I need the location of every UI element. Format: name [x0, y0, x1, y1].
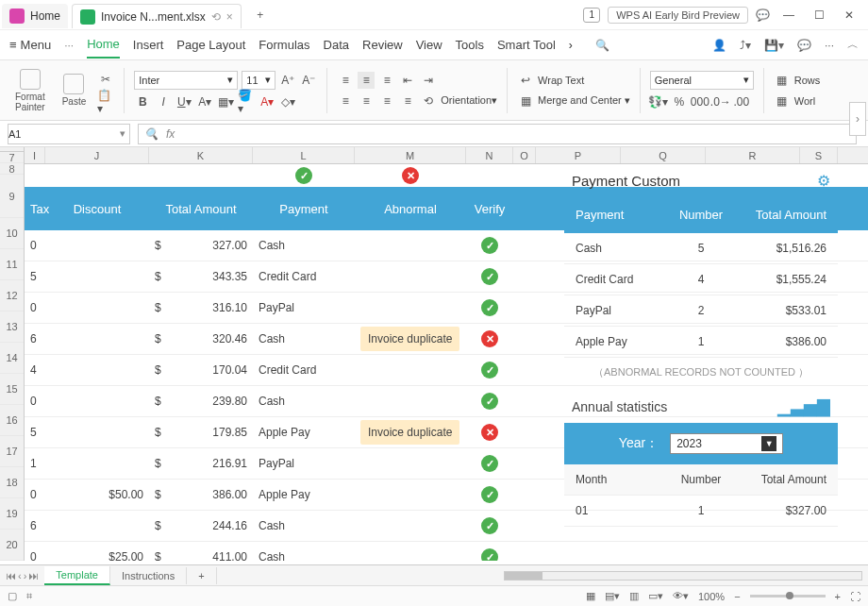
col-header-P[interactable]: P: [536, 147, 621, 163]
cell-tax[interactable]: 5: [25, 417, 45, 447]
number-format-select[interactable]: General▾: [650, 71, 754, 90]
cell-amount[interactable]: $411.00: [149, 542, 253, 561]
row-header-9[interactable]: 9: [0, 175, 24, 218]
col-header-R[interactable]: R: [706, 147, 800, 163]
name-box[interactable]: A1▾: [8, 124, 130, 144]
zoom-formula-icon[interactable]: 🔍: [144, 127, 159, 141]
cell-payment[interactable]: Credit Card: [253, 261, 355, 292]
row-header-7[interactable]: 7: [0, 152, 24, 163]
align-middle-icon[interactable]: ≡: [358, 72, 375, 89]
cell-payment[interactable]: Cash: [253, 542, 355, 561]
cell-payment[interactable]: Cash: [253, 386, 355, 416]
align-bottom-icon[interactable]: ≡: [378, 72, 395, 89]
tab-page-layout[interactable]: Page Layout: [176, 32, 245, 58]
summary-row[interactable]: Cash5$1,516.26: [564, 233, 838, 264]
cell-tax[interactable]: 0: [25, 293, 45, 323]
tab-tools[interactable]: Tools: [456, 32, 484, 58]
annual-row[interactable]: 011$327.00: [564, 496, 838, 527]
tab-view[interactable]: View: [416, 32, 442, 58]
fill-color-icon[interactable]: 🪣▾: [238, 93, 255, 110]
percent-icon[interactable]: %: [671, 93, 688, 110]
align-right-icon[interactable]: ≡: [378, 93, 395, 109]
new-tab-button[interactable]: +: [249, 4, 272, 26]
cell-abnormal[interactable]: [355, 230, 466, 261]
col-header-K[interactable]: K: [149, 147, 253, 163]
tab-refresh-icon[interactable]: ⟲: [211, 10, 221, 24]
align-left-icon[interactable]: ≡: [337, 93, 354, 109]
italic-icon[interactable]: I: [155, 93, 172, 110]
cell-discount[interactable]: [45, 230, 149, 261]
cell-discount[interactable]: [45, 355, 149, 385]
cell-discount[interactable]: $50.00: [45, 480, 149, 510]
tabs-overflow-icon[interactable]: ›: [569, 39, 573, 52]
cell-discount[interactable]: [45, 324, 149, 354]
year-select[interactable]: 2023▼: [670, 433, 783, 454]
sheet-first-icon[interactable]: ⏮: [6, 570, 16, 581]
ribbon-scroll-right[interactable]: ›: [849, 102, 866, 136]
view-eye-icon[interactable]: 👁▾: [673, 590, 689, 602]
cell-abnormal[interactable]: [355, 542, 466, 561]
cell-amount[interactable]: $386.00: [149, 480, 253, 510]
col-header-N[interactable]: N: [466, 147, 513, 163]
cell-verify[interactable]: ✓: [466, 511, 513, 541]
cell-payment[interactable]: Credit Card: [253, 355, 355, 385]
decrease-font-icon[interactable]: A⁻: [300, 72, 317, 89]
cell-verify[interactable]: ✓: [466, 293, 513, 323]
formula-input[interactable]: 🔍 fx: [138, 124, 857, 144]
cell-tax[interactable]: 0: [25, 542, 45, 561]
cell-abnormal[interactable]: [355, 386, 466, 416]
row-header-17[interactable]: 17: [0, 436, 24, 467]
worksheet-button[interactable]: Worl: [794, 95, 815, 107]
cut-icon[interactable]: ✂: [97, 71, 114, 88]
menu-button[interactable]: ≡Menu: [9, 38, 51, 52]
increase-decimal-icon[interactable]: .0→: [712, 93, 729, 110]
feedback-icon[interactable]: 💬: [756, 8, 770, 22]
more-menu-icon[interactable]: ···: [64, 39, 74, 52]
status-icon-2[interactable]: ⌗: [26, 590, 32, 602]
cell-payment[interactable]: PayPal: [253, 448, 355, 479]
sheet-last-icon[interactable]: ⏭: [28, 570, 39, 581]
decrease-decimal-icon[interactable]: .00: [733, 93, 750, 110]
cell-verify[interactable]: ✓: [466, 386, 513, 416]
summary-row[interactable]: Apple Pay1$386.00: [564, 327, 838, 358]
status-icon-1[interactable]: ▢: [8, 590, 17, 602]
search-icon[interactable]: 🔍: [595, 39, 609, 52]
cell-amount[interactable]: $239.80: [149, 386, 253, 416]
cell-tax[interactable]: 0: [25, 230, 45, 261]
decrease-indent-icon[interactable]: ⇤: [399, 72, 416, 89]
cell-verify[interactable]: ✓: [466, 261, 513, 292]
tab-insert[interactable]: Insert: [133, 32, 164, 58]
sheet-tab-template[interactable]: Template: [44, 566, 110, 585]
tab-count-icon[interactable]: 1: [583, 8, 600, 23]
comma-icon[interactable]: 000: [692, 93, 709, 110]
cell-discount[interactable]: $25.00: [45, 542, 149, 561]
font-size-select[interactable]: 11▾: [242, 71, 275, 90]
cell-abnormal[interactable]: [355, 261, 466, 292]
sheet-next-icon[interactable]: ›: [24, 570, 27, 581]
minimize-button[interactable]: —: [777, 4, 800, 26]
clear-format-icon[interactable]: ◇▾: [279, 93, 296, 110]
underline-icon[interactable]: U▾: [175, 93, 192, 110]
tab-home-menu[interactable]: Home: [87, 31, 120, 59]
col-header-M[interactable]: M: [355, 147, 466, 163]
cell-amount[interactable]: $216.91: [149, 448, 253, 479]
cell-tax[interactable]: 0: [25, 480, 45, 510]
fx-icon[interactable]: fx: [166, 127, 175, 141]
bold-icon[interactable]: B: [134, 93, 151, 110]
cell-abnormal[interactable]: [355, 480, 466, 510]
tab-smart-tool[interactable]: Smart Tool: [497, 32, 556, 58]
tab-close-icon[interactable]: ×: [226, 10, 233, 24]
col-header-J[interactable]: J: [45, 147, 149, 163]
cell-tax[interactable]: 1: [25, 448, 45, 479]
bar-chart-icon[interactable]: ▁▃▅▇: [777, 396, 830, 417]
zoom-in-icon[interactable]: +: [835, 591, 841, 602]
cell-discount[interactable]: [45, 261, 149, 292]
cell-verify[interactable]: ✕: [466, 417, 513, 447]
cell-verify[interactable]: ✓: [466, 448, 513, 479]
cell-payment[interactable]: PayPal: [253, 293, 355, 323]
close-button[interactable]: ✕: [838, 4, 860, 26]
summary-row[interactable]: PayPal2$533.01: [564, 295, 838, 327]
copy-icon[interactable]: 📋▾: [97, 93, 114, 110]
collapse-ribbon-icon[interactable]: ︿: [847, 37, 859, 53]
cell-discount[interactable]: [45, 417, 149, 447]
